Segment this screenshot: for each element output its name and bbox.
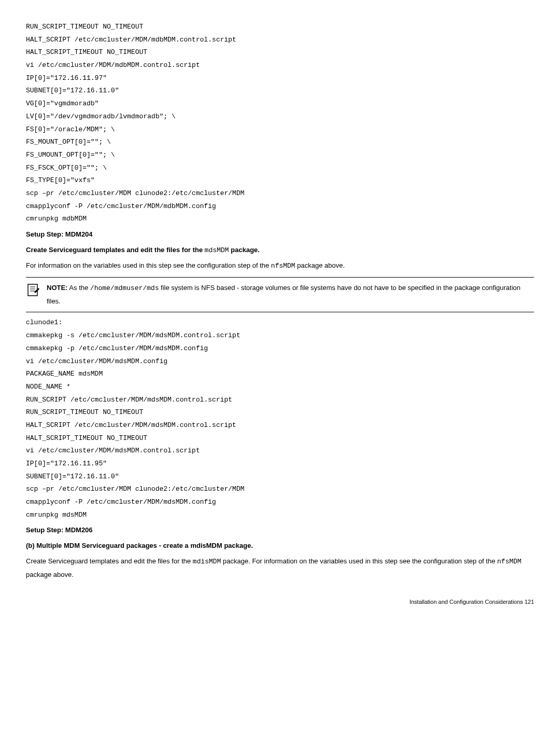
page-footer: Installation and Configuration Considera… [26,597,534,607]
code-line: scp –pr /etc/cmcluster/MDM clunode2:/etc… [26,187,534,200]
code-line: vi /etc/cmcluster/MDM/mdsMDM.config [26,355,534,368]
setup-step-heading: Setup Step: MDM204 [26,228,534,241]
code-line: FS_FSCK_OPT[0]=""; \ [26,162,534,175]
note-block: NOTE: As the /home/mdmuser/mds file syst… [26,282,534,308]
code-line: FS_UMOUNT_OPT[0]=""; \ [26,149,534,162]
body-mid: package. For information on the variable… [221,557,497,565]
code-line: HALT_SCRIPT /etc/cmcluster/MDM/mdbMDM.co… [26,34,534,47]
heading-prefix: Create Serviceguard templates and edit t… [26,246,205,254]
code-line: FS[0]="/oracle/MDM"; \ [26,123,534,136]
code-line: FS_MOUNT_OPT[0]=""; \ [26,136,534,149]
code-line: cmmakepkg -p /etc/cmcluster/MDM/mdsMDM.c… [26,342,534,355]
note-text: NOTE: As the /home/mdmuser/mds file syst… [47,282,534,308]
code-line: NODE_NAME * [26,381,534,394]
body-suffix: package above. [295,261,344,269]
code-line: SUBNET[0]="172.16.11.0" [26,85,534,98]
body-code: nfsMDM [271,262,296,270]
code-line: vi /etc/cmcluster/MDM/mdsMDM.control.scr… [26,445,534,458]
heading-suffix: package. [229,246,259,254]
body-paragraph: Create Serviceguard templates and edit t… [26,555,534,581]
divider [26,312,534,312]
heading-code: mdsMDM [205,246,229,254]
code-line: PACKAGE_NAME mdsMDM [26,368,534,381]
code-line: RUN_SCRIPT /etc/cmcluster/MDM/mdsMDM.con… [26,394,534,407]
body-prefix: Create Serviceguard templates and edit t… [26,557,193,565]
code-line: vi /etc/cmcluster/MDM/mdbMDM.control.scr… [26,59,534,72]
code-block-1: RUN_SCRIPT_TIMEOUT NO_TIMEOUT HALT_SCRIP… [26,21,534,226]
code-line: HALT_SCRIPT_TIMEOUT NO_TIMEOUT [26,46,534,59]
code-line: HALT_SCRIPT /etc/cmcluster/MDM/mdsMDM.co… [26,419,534,432]
body-prefix: For information on the variables used in… [26,261,271,269]
code-line: cmrunpkg mdsMDM [26,509,534,522]
code-line: scp –pr /etc/cmcluster/MDM clunode2:/etc… [26,483,534,496]
divider [26,277,534,278]
code-line: LV[0]="/dev/vgmdmoradb/lvmdmoradb"; \ [26,110,534,123]
code-line: HALT_SCRIPT_TIMEOUT NO_TIMEOUT [26,432,534,445]
note-prefix: As the [67,284,90,292]
body-suffix: package above. [26,571,74,578]
create-serviceguard-heading: Create Serviceguard templates and edit t… [26,244,534,257]
note-label: NOTE: [47,284,67,292]
code-line: clunode1: [26,316,534,329]
code-line: SUBNET[0]="172.16.11.0" [26,471,534,483]
code-line: RUN_SCRIPT_TIMEOUT NO_TIMEOUT [26,406,534,419]
code-line: cmapplyconf -P /etc/cmcluster/MDM/mdbMDM… [26,200,534,213]
note-icon [26,283,41,302]
body-code: mdisMDM [193,558,221,565]
code-line: cmrunpkg mdbMDM [26,213,534,226]
code-line: cmmakepkg -s /etc/cmcluster/MDM/mdsMDM.c… [26,329,534,342]
code-line: cmapplyconf -P /etc/cmcluster/MDM/mdsMDM… [26,496,534,509]
multiple-packages-heading: (b) Multiple MDM Serviceguard packages -… [26,540,534,552]
code-block-2: clunode1: cmmakepkg -s /etc/cmcluster/MD… [26,316,534,521]
code-line: RUN_SCRIPT_TIMEOUT NO_TIMEOUT [26,21,534,34]
svg-rect-0 [28,284,37,296]
body-code: nfsMDM [497,558,522,565]
code-line: VG[0]="vgmdmoradb" [26,98,534,110]
body-paragraph: For information on the variables used in… [26,259,534,273]
code-line: IP[0]="172.16.11.95" [26,458,534,471]
code-line: IP[0]="172.16.11.97" [26,72,534,85]
note-code: /home/mdmuser/mds [90,284,159,292]
code-line: FS_TYPE[0]="vxfs" [26,174,534,187]
setup-step-heading: Setup Step: MDM206 [26,524,534,537]
